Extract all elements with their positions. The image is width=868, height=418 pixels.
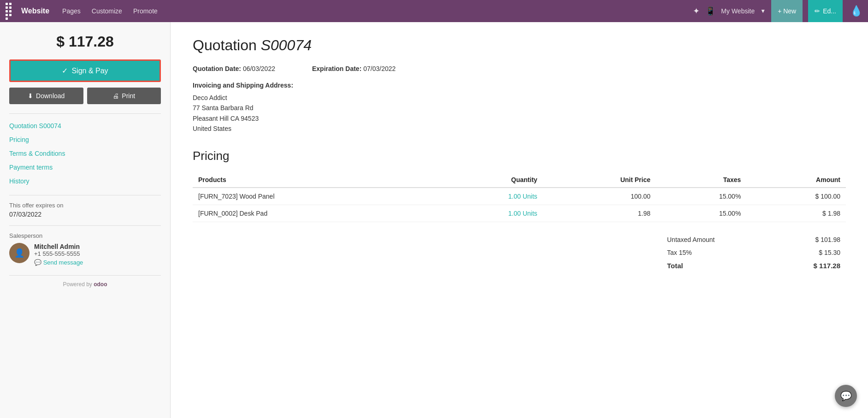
download-label: Download: [36, 92, 65, 100]
star-icon[interactable]: ✦: [693, 6, 700, 16]
powered-label: Powered by: [63, 281, 92, 288]
table-row: [FURN_0002] Desk Pad 1.00 Units 1.98 15.…: [193, 205, 846, 222]
col-header-taxes: Taxes: [656, 172, 746, 188]
unit-price-1: 100.00: [543, 188, 656, 205]
chat-icon: 💬: [840, 390, 852, 401]
meta-section: Quotation Date: 06/03/2022 Expiration Da…: [193, 65, 846, 72]
address-line-3: Pleasant Hill CA 94523: [193, 113, 846, 124]
address-line-1: Deco Addict: [193, 93, 846, 103]
amount-2: $ 1.98: [746, 205, 846, 222]
amount-1: $ 100.00: [746, 188, 846, 205]
pencil-icon: ✏: [815, 7, 820, 15]
expiration-date-item: Expiration Date: 07/03/2022: [312, 65, 396, 72]
pricing-table: Products Quantity Unit Price Taxes Amoun…: [193, 172, 846, 222]
sign-pay-button[interactable]: ✓ Sign & Pay: [9, 59, 161, 82]
sidebar-navigation: Quotation S00074 Pricing Terms & Conditi…: [9, 113, 161, 188]
total-label: Total: [667, 262, 683, 270]
checkmark-icon: ✓: [62, 66, 68, 75]
sidebar-item-quotation[interactable]: Quotation S00074: [9, 119, 161, 132]
send-message-link[interactable]: 💬 Send message: [34, 259, 83, 266]
salesperson-phone: +1 555-555-5555: [34, 250, 83, 257]
expiry-section: This offer expires on 07/03/2022: [9, 195, 161, 218]
product-name-2: [FURN_0002] Desk Pad: [193, 205, 433, 222]
address-line-2: 77 Santa Barbara Rd: [193, 103, 846, 113]
print-button[interactable]: 🖨 Print: [87, 88, 161, 104]
expiry-label: This offer expires on: [9, 202, 161, 209]
product-name-1: [FURN_7023] Wood Panel: [193, 188, 433, 205]
nav-promote[interactable]: Promote: [131, 7, 159, 15]
sidebar-item-pricing[interactable]: Pricing: [9, 133, 161, 146]
sidebar-item-payment[interactable]: Payment terms: [9, 161, 161, 174]
avatar: 👤: [9, 243, 30, 263]
table-row: [FURN_7023] Wood Panel 1.00 Units 100.00…: [193, 188, 846, 205]
top-navigation: Website Pages Customize Promote ✦ 📱 My W…: [0, 0, 868, 22]
quantity-2: 1.00 Units: [433, 205, 543, 222]
edit-button[interactable]: ✏ Ed...: [808, 0, 843, 22]
tax-row: Tax 15% $ 15.30: [661, 246, 846, 259]
odoo-drop-icon: 💧: [850, 5, 862, 17]
sidebar-item-terms[interactable]: Terms & Conditions: [9, 147, 161, 160]
untaxed-row: Untaxed Amount $ 101.98: [661, 233, 846, 246]
col-header-products: Products: [193, 172, 433, 188]
total-price: $ 117.28: [9, 33, 161, 50]
download-icon: ⬇: [28, 92, 33, 100]
quotation-title-text: Quotation: [193, 37, 261, 53]
salesperson-label: Salesperson: [9, 232, 161, 239]
download-button[interactable]: ⬇ Download: [9, 88, 83, 104]
total-row: Total $ 117.28: [661, 259, 846, 272]
powered-by: Powered by odoo: [9, 275, 161, 288]
sign-pay-label: Sign & Pay: [71, 67, 108, 75]
quantity-1: 1.00 Units: [433, 188, 543, 205]
salesperson-section: Salesperson 👤 Mitchell Admin +1 555-555-…: [9, 225, 161, 266]
col-header-unit-price: Unit Price: [543, 172, 656, 188]
untaxed-label: Untaxed Amount: [667, 236, 715, 243]
my-website-dropdown[interactable]: My Website: [721, 7, 755, 15]
print-icon: 🖨: [112, 92, 119, 100]
speech-bubble-icon: 💬: [34, 259, 41, 266]
tax-value: $ 15.30: [819, 249, 840, 256]
edit-label: Ed...: [823, 7, 836, 15]
col-header-amount: Amount: [746, 172, 846, 188]
address-line-4: United States: [193, 124, 846, 134]
totals-section: Untaxed Amount $ 101.98 Tax 15% $ 15.30 …: [193, 233, 846, 272]
chat-bubble[interactable]: 💬: [835, 385, 857, 407]
send-message-label: Send message: [43, 259, 83, 266]
address-label: Invoicing and Shipping Address:: [193, 82, 846, 89]
main-content: Quotation S00074 Quotation Date: 06/03/2…: [171, 22, 868, 418]
grid-menu-icon[interactable]: [6, 3, 14, 20]
mobile-icon[interactable]: 📱: [705, 6, 715, 16]
untaxed-value: $ 101.98: [815, 236, 841, 243]
odoo-brand: odoo: [94, 281, 107, 288]
nav-pages[interactable]: Pages: [60, 7, 83, 15]
page-title: Quotation S00074: [193, 37, 846, 54]
salesperson-name: Mitchell Admin: [34, 243, 83, 250]
col-header-quantity: Quantity: [433, 172, 543, 188]
expiry-date: 07/03/2022: [9, 211, 161, 218]
pricing-section-title: Pricing: [193, 149, 846, 163]
address-section: Invoicing and Shipping Address: Deco Add…: [193, 82, 846, 134]
quotation-date-item: Quotation Date: 06/03/2022: [193, 65, 275, 72]
taxes-1: 15.00%: [656, 188, 746, 205]
unit-price-2: 1.98: [543, 205, 656, 222]
quotation-id: S00074: [261, 37, 312, 53]
brand-label: Website: [21, 7, 49, 15]
chevron-down-icon[interactable]: ▼: [760, 8, 766, 14]
nav-customize[interactable]: Customize: [90, 7, 124, 15]
sidebar: $ 117.28 ✓ Sign & Pay ⬇ Download 🖨 Print…: [0, 22, 171, 418]
new-button[interactable]: + New: [771, 0, 803, 22]
tax-label: Tax 15%: [667, 249, 692, 256]
taxes-2: 15.00%: [656, 205, 746, 222]
print-label: Print: [122, 92, 135, 100]
sidebar-item-history[interactable]: History: [9, 175, 161, 188]
total-value: $ 117.28: [814, 262, 840, 270]
